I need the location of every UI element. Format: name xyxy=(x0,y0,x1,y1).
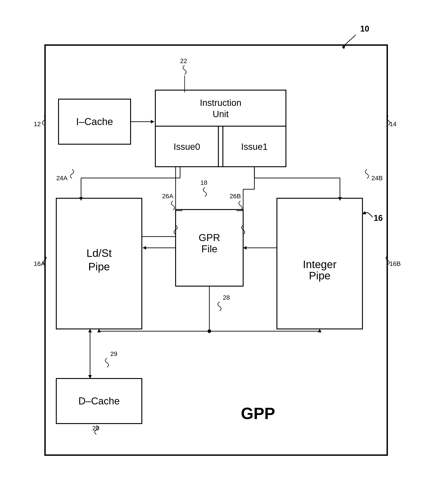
svg-marker-12 xyxy=(338,197,342,200)
ref-24b-label: 24B xyxy=(371,175,383,182)
ref-10: 10 xyxy=(360,24,369,33)
ldst-pipe-label-line2: Pipe xyxy=(88,261,110,273)
diagram-container: 10 GPP 12 14 I–Cache 22 Instruction Unit… xyxy=(27,18,405,480)
i-cache-label: I–Cache xyxy=(76,116,113,127)
instruction-unit-label-line1: Instruction xyxy=(200,98,242,108)
ref-26a-label: 26A xyxy=(162,193,173,200)
d-cache-label: D–Cache xyxy=(78,396,120,406)
gpp-label: GPP xyxy=(241,405,275,423)
instruction-unit-top xyxy=(155,90,286,126)
svg-marker-17 xyxy=(243,246,246,250)
ref-24a-label: 24A xyxy=(56,175,68,182)
svg-marker-34 xyxy=(318,329,322,332)
ref-26b-label: 26B xyxy=(230,193,241,200)
integer-pipe-label-line1: Integer xyxy=(303,258,336,270)
instruction-unit-label-line2: Unit xyxy=(212,109,228,119)
svg-marker-37 xyxy=(88,375,92,378)
ref-22-label: 22 xyxy=(180,57,187,64)
ref-18-label: 18 xyxy=(200,179,207,186)
ref-28-label: 28 xyxy=(223,294,230,301)
svg-marker-36 xyxy=(88,329,92,332)
svg-marker-4 xyxy=(151,120,154,124)
ref-12-label: 12 xyxy=(34,121,41,127)
gpr-file-label-line2: File xyxy=(202,243,218,254)
issue1-label: Issue1 xyxy=(241,142,268,152)
issue0-label: Issue0 xyxy=(174,142,200,152)
gpr-file-label-line1: GPR xyxy=(199,232,220,243)
ref-16b-label: 16B xyxy=(389,260,401,267)
ref-29-label: 29 xyxy=(110,350,117,357)
ref-16-label: 16 xyxy=(374,213,383,223)
svg-marker-8 xyxy=(79,197,83,200)
integer-pipe-label-line2: Pipe xyxy=(309,270,331,282)
svg-marker-14 xyxy=(143,246,146,250)
ref-14-label: 14 xyxy=(389,121,396,127)
svg-marker-31 xyxy=(97,329,101,332)
ldst-pipe-label-line1: Ld/St xyxy=(87,247,112,259)
svg-marker-27 xyxy=(362,211,366,215)
